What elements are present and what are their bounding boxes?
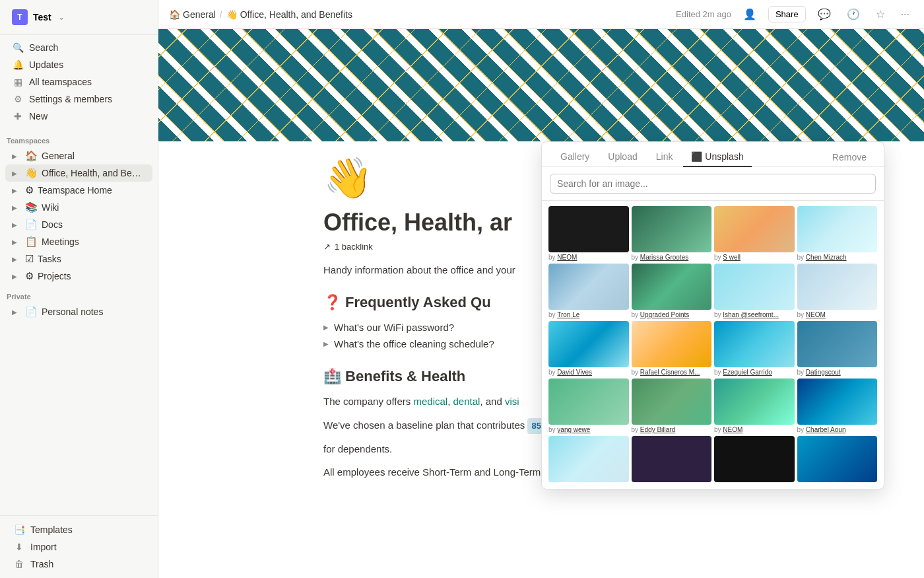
sidebar-item-tasks[interactable]: ▶ ☑ Tasks	[5, 250, 152, 268]
sidebar-item-general[interactable]: ▶ 🏠 General	[5, 147, 152, 164]
panel-tabs: Gallery Upload Link ⬛ Unsplash Remove	[542, 142, 884, 167]
highlight-medical: medical	[413, 396, 447, 407]
chevron-projects-icon: ▶	[12, 273, 21, 280]
workspace-header[interactable]: T Test ⌄	[7, 5, 151, 29]
general-label: General	[42, 151, 146, 161]
search-icon: 🔍	[12, 42, 24, 53]
grid-cell-9[interactable]: by David Vives	[548, 321, 629, 376]
private-section-label: Private	[0, 285, 158, 303]
sidebar-item-settings[interactable]: ⚙ Settings & members	[5, 90, 152, 108]
grid-icon: ▦	[12, 77, 24, 87]
sidebar-item-personal-notes[interactable]: ▶ 📄 Personal notes	[5, 303, 152, 320]
image-grid: by NEOM by Marissa Grootes by S well by …	[542, 201, 884, 489]
grid-img-16	[797, 379, 878, 425]
sidebar-item-import[interactable]: ⬇ Import	[7, 538, 151, 556]
office-label: Office, Health, and Benef...	[42, 168, 146, 178]
benefits-heading-text: 🏥 Benefits & Health	[323, 368, 465, 385]
sidebar-item-all-teamspaces[interactable]: ▦ All teamspaces	[5, 73, 152, 90]
sidebar-item-wiki[interactable]: ▶ 📚 Wiki	[5, 199, 152, 216]
share-label: Share	[776, 9, 799, 19]
share-button[interactable]: Share	[768, 6, 806, 22]
grid-img-13	[548, 379, 629, 425]
breadcrumb-general-icon: 🏠	[169, 9, 180, 20]
breadcrumb-office[interactable]: 👋 Office, Health, and Benefits	[226, 9, 352, 20]
sidebar-item-projects[interactable]: ▶ ⚙ Projects	[5, 268, 152, 285]
grid-cell-11[interactable]: by Ezequiel Garrido	[714, 321, 795, 376]
grid-credit-12: by Datingscout	[797, 369, 878, 376]
edited-label: Edited 2m ago	[676, 9, 731, 19]
grid-img-15	[714, 379, 795, 425]
grid-cell-5[interactable]: by Tron Le	[548, 264, 629, 318]
sidebar-item-teamspace-home[interactable]: ▶ ⚙ Teamspace Home	[5, 182, 152, 199]
grid-credit-1: by NEOM	[548, 254, 629, 261]
grid-cell-20[interactable]	[797, 436, 878, 484]
sidebar-item-search[interactable]: 🔍 Search	[5, 39, 152, 56]
sidebar-item-office-health[interactable]: ▶ 👋 Office, Health, and Benef...	[5, 164, 152, 182]
grid-img-2	[632, 206, 712, 252]
grid-img-18	[632, 436, 712, 482]
faq-heading-text: ❓ Frequently Asked Qu	[323, 294, 491, 311]
grid-img-9	[548, 321, 629, 367]
star-button[interactable]: ☆	[872, 5, 889, 23]
tab-upload[interactable]: Upload	[600, 147, 645, 167]
breadcrumb: 🏠 General / 👋 Office, Health, and Benefi…	[169, 9, 352, 20]
tasks-emoji: ☑	[25, 253, 34, 265]
grid-cell-19[interactable]	[714, 436, 795, 484]
grid-cell-4[interactable]: by Chen Mizrach	[797, 206, 878, 261]
remove-button[interactable]: Remove	[826, 148, 873, 166]
sidebar-item-docs[interactable]: ▶ 📄 Docs	[5, 216, 152, 233]
grid-img-8	[797, 264, 878, 310]
grid-credit-11: by Ezequiel Garrido	[714, 369, 795, 376]
faq-toggle-wifi: ▶	[323, 324, 329, 331]
grid-cell-15[interactable]: by NEOM	[714, 379, 795, 433]
sidebar-item-templates[interactable]: 📑 Templates	[7, 521, 151, 538]
breadcrumb-general[interactable]: 🏠 General	[169, 9, 216, 20]
avatar-button[interactable]: 👤	[739, 5, 760, 23]
image-search-input[interactable]	[550, 174, 876, 194]
panel-search	[542, 167, 884, 201]
office-emoji: 👋	[25, 167, 38, 179]
workspace-avatar: T	[12, 9, 28, 25]
topbar: 🏠 General / 👋 Office, Health, and Benefi…	[158, 0, 924, 29]
ts-label: Teamspace Home	[38, 185, 146, 196]
tab-link[interactable]: Link	[648, 147, 681, 167]
grid-cell-2[interactable]: by Marissa Grootes	[632, 206, 712, 261]
grid-cell-16[interactable]: by Charbel Aoun	[797, 379, 878, 433]
grid-credit-15: by NEOM	[714, 426, 795, 433]
grid-cell-13[interactable]: by yang wewe	[548, 379, 629, 433]
gear-icon: ⚙	[12, 94, 24, 104]
sidebar-item-new[interactable]: ✚ New	[5, 108, 152, 125]
sidebar-item-settings-label: Settings & members	[29, 94, 112, 104]
sidebar-item-meetings[interactable]: ▶ 📋 Meetings	[5, 233, 152, 250]
grid-credit-4: by Chen Mizrach	[797, 254, 878, 261]
sidebar-item-all-teamspaces-label: All teamspaces	[29, 77, 92, 87]
grid-cell-8[interactable]: by NEOM	[797, 264, 878, 318]
tab-gallery[interactable]: Gallery	[552, 147, 597, 167]
sidebar-item-trash[interactable]: 🗑 Trash	[7, 556, 151, 573]
grid-cell-18[interactable]	[632, 436, 712, 484]
grid-cell-17[interactable]	[548, 436, 629, 484]
grid-cell-7[interactable]: by Ishan @seefromt...	[714, 264, 795, 318]
workspace-chevron-icon: ⌄	[58, 13, 65, 22]
comment-button[interactable]: 💬	[814, 5, 835, 23]
grid-img-4	[797, 206, 878, 252]
tab-unsplash[interactable]: ⬛ Unsplash	[683, 147, 751, 167]
grid-cell-1[interactable]: by NEOM	[548, 206, 629, 261]
trash-icon: 🗑	[13, 559, 25, 569]
clock-button[interactable]: 🕐	[843, 5, 864, 23]
wiki-label: Wiki	[42, 202, 146, 213]
grid-cell-12[interactable]: by Datingscout	[797, 321, 878, 376]
sidebar-item-updates-label: Updates	[29, 59, 63, 70]
grid-img-1	[548, 206, 629, 252]
backlink-icon: ↗	[323, 242, 331, 252]
grid-cell-10[interactable]: by Rafael Cisneros M...	[632, 321, 712, 376]
chevron-ts-icon: ▶	[12, 187, 21, 194]
grid-cell-14[interactable]: by Eddy Billard	[632, 379, 712, 433]
sidebar-item-updates[interactable]: 🔔 Updates	[5, 56, 152, 73]
grid-cell-3[interactable]: by S well	[714, 206, 795, 261]
grid-cell-6[interactable]: by Upgraded Points	[632, 264, 712, 318]
unsplash-tab-icon: ⬛	[691, 151, 702, 162]
faq-toggle-cleaning: ▶	[323, 340, 329, 347]
faq-label-wifi: What's our WiFi password?	[334, 322, 454, 333]
more-button[interactable]: ···	[897, 6, 913, 23]
